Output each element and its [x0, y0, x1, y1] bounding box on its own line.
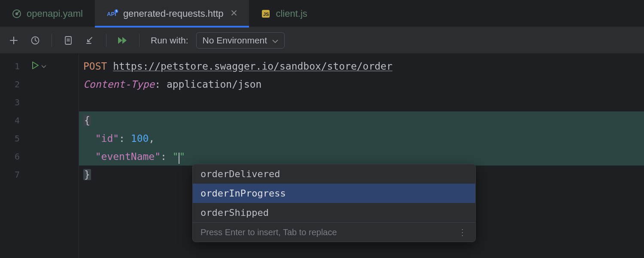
examples-button[interactable] — [61, 34, 75, 47]
chevron-down-icon — [272, 35, 278, 46]
json-value: 100 — [131, 133, 149, 144]
run-gutter-icon[interactable] — [32, 61, 39, 71]
separator — [139, 34, 140, 47]
completion-hint: Press Enter to insert, Tab to replace — [200, 227, 337, 237]
tab-label: generated-requests.http — [123, 8, 224, 19]
svg-line-2 — [17, 11, 20, 14]
text-cursor — [179, 153, 179, 164]
code-line: Content-Type: application/json — [79, 75, 644, 93]
line-number: 1 — [0, 61, 26, 71]
brace-close: } — [83, 169, 91, 180]
gutter-line: 1 — [0, 57, 79, 75]
history-button[interactable] — [28, 34, 42, 47]
code-line: POST https://petstore.swagger.io/sandbox… — [79, 57, 644, 75]
code-line: "id": 100, — [79, 129, 644, 147]
api-icon: API — [107, 9, 118, 18]
tab-label: openapi.yaml — [27, 8, 83, 19]
line-number: 6 — [0, 151, 26, 162]
editor-toolbar: Run with: No Environment — [0, 27, 644, 54]
add-button[interactable] — [7, 34, 21, 47]
separator — [52, 34, 52, 47]
separator — [106, 34, 106, 47]
tab-openapi[interactable]: openapi.yaml — [0, 0, 95, 27]
tab-clientjs[interactable]: JS client.js — [249, 0, 319, 27]
request-url: https://petstore.swagger.io/sandbox/stor… — [113, 61, 392, 72]
editor-tabbar: openapi.yaml API generated-requests.http… — [0, 0, 644, 27]
code-area[interactable]: POST https://petstore.swagger.io/sandbox… — [79, 54, 644, 258]
run-all-button[interactable] — [116, 34, 130, 47]
code-line: { — [79, 111, 644, 129]
line-number: 4 — [0, 115, 26, 126]
brace-open: { — [83, 115, 91, 126]
line-number: 3 — [0, 97, 26, 108]
completion-footer: Press Enter to insert, Tab to replace ⋮ — [193, 222, 475, 242]
code-line — [79, 93, 644, 111]
editor-area: 1 2 3 4 5 6 7 POST https://petstore.swag… — [0, 54, 644, 258]
svg-text:JS: JS — [263, 12, 269, 17]
close-icon[interactable] — [231, 9, 237, 18]
header-value: application/json — [167, 79, 262, 90]
http-method: POST — [83, 61, 107, 72]
header-name: Content-Type — [83, 79, 155, 90]
completion-popup: orderDelivered orderInProgress orderShip… — [192, 164, 476, 242]
tab-label: client.js — [276, 8, 307, 19]
code-line: "eventName": "" — [79, 147, 644, 166]
more-icon[interactable]: ⋮ — [458, 227, 468, 237]
line-number: 2 — [0, 79, 26, 89]
environment-value: No Environment — [203, 35, 267, 46]
completion-item[interactable]: orderShipped — [193, 203, 475, 222]
chevron-down-icon[interactable] — [41, 63, 46, 70]
tab-generated-requests[interactable]: API generated-requests.http — [95, 0, 249, 27]
line-number: 7 — [0, 169, 26, 180]
json-key: "id" — [95, 133, 119, 144]
js-icon: JS — [261, 9, 270, 18]
json-key: "eventName" — [95, 151, 161, 162]
completion-item[interactable]: orderInProgress — [193, 184, 475, 203]
openapi-icon — [12, 9, 21, 18]
import-button[interactable] — [83, 34, 97, 47]
completion-item[interactable]: orderDelivered — [193, 164, 475, 184]
environment-select[interactable]: No Environment — [196, 32, 285, 49]
runwith-label: Run with: — [151, 35, 188, 46]
line-number: 5 — [0, 133, 26, 144]
gutter: 1 2 3 4 5 6 7 — [0, 54, 79, 258]
svg-rect-8 — [65, 37, 71, 44]
